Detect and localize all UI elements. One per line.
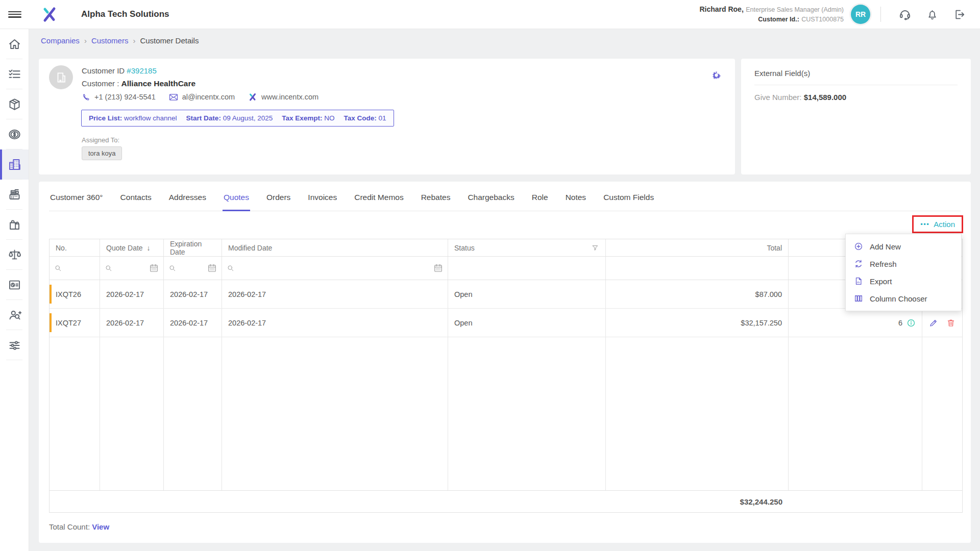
cell-quote-date: 2026-02-17 <box>100 280 164 308</box>
breadcrumb-separator: › <box>133 36 135 45</box>
search-icon[interactable] <box>105 264 113 272</box>
total-count-view-link[interactable]: View <box>92 522 109 531</box>
action-button-label: Action <box>934 220 955 229</box>
calendar-icon[interactable] <box>207 263 217 273</box>
shopping-bags-icon <box>8 218 21 232</box>
report-card-icon <box>8 278 21 292</box>
phone-icon <box>82 93 90 102</box>
tab-role[interactable]: Role <box>531 189 549 211</box>
hamburger-menu-icon[interactable] <box>0 10 29 19</box>
sidebar-item-reports[interactable] <box>0 270 29 300</box>
sidebar-item-billing[interactable] <box>0 180 29 210</box>
app-window: Alpha Tech Solutions Richard Roe, Enterp… <box>0 0 980 551</box>
table-header-row: No. Quote Date ↓ Expiration Date Modifie… <box>50 239 962 257</box>
tab-custom-fields[interactable]: Custom Fields <box>602 189 655 211</box>
tab-notes[interactable]: Notes <box>565 189 587 211</box>
search-icon[interactable] <box>54 264 62 272</box>
breadcrumb: Companies › Customers › Customer Details <box>41 36 199 45</box>
filter-modified-date[interactable] <box>222 257 448 280</box>
tab-invoices[interactable]: Invoices <box>307 189 338 211</box>
brand-logo[interactable] <box>29 5 70 23</box>
tax-exempt-value: NO <box>324 114 334 122</box>
headset-icon[interactable] <box>898 8 912 21</box>
checklist-icon <box>8 67 21 81</box>
filter-status[interactable] <box>448 257 606 280</box>
sort-desc-icon[interactable]: ↓ <box>147 244 151 252</box>
customer-website[interactable]: www.incentx.com <box>248 92 318 102</box>
menu-item-add-new[interactable]: Add New <box>846 238 961 255</box>
tab-customer-360[interactable]: Customer 360° <box>49 189 104 211</box>
sliders-icon <box>8 338 21 352</box>
col-header-no[interactable]: No. <box>50 239 100 256</box>
tab-quotes[interactable]: Quotes <box>223 189 250 211</box>
sidebar-item-home[interactable] <box>0 29 29 59</box>
tab-orders[interactable]: Orders <box>265 189 291 211</box>
sidebar-item-pricing[interactable] <box>0 119 29 149</box>
coin-dollar-icon <box>8 128 21 141</box>
customer-id-link[interactable]: #392185 <box>127 66 156 75</box>
assigned-to-label: Assigned To: <box>82 136 119 144</box>
edit-pencil-icon[interactable] <box>929 318 938 328</box>
calendar-icon[interactable] <box>433 263 443 273</box>
avatar[interactable]: RR <box>851 5 870 24</box>
gear-icon[interactable] <box>711 70 722 81</box>
menu-item-label: Add New <box>870 242 901 251</box>
col-header-expiration-date[interactable]: Expiration Date <box>164 239 222 256</box>
cell-expiration-date: 2026-02-17 <box>164 309 222 337</box>
calendar-icon[interactable] <box>149 263 159 273</box>
customer-email-value: al@incentx.com <box>182 93 235 101</box>
filter-funnel-icon[interactable] <box>591 244 599 252</box>
col-header-quote-date[interactable]: Quote Date ↓ <box>100 239 164 256</box>
price-list-value: workflow channel <box>124 114 177 122</box>
tab-addresses[interactable]: Addresses <box>168 189 207 211</box>
menu-item-refresh[interactable]: Refresh <box>846 255 961 272</box>
breadcrumb-customers[interactable]: Customers <box>91 36 129 45</box>
table-row[interactable]: IXQT26 2026-02-17 2026-02-17 2026-02-17 … <box>50 280 962 309</box>
search-icon[interactable] <box>227 264 235 272</box>
info-icon[interactable] <box>906 318 916 328</box>
start-date-label: Start Date: <box>186 114 221 122</box>
col-header-status[interactable]: Status <box>448 239 606 256</box>
tab-chargebacks[interactable]: Chargebacks <box>467 189 515 211</box>
price-list-banner: Price List: workflow channel Start Date:… <box>81 110 394 127</box>
assigned-to-chip: tora koya <box>82 146 122 160</box>
breadcrumb-companies[interactable]: Companies <box>41 36 80 45</box>
sidebar-item-settings[interactable] <box>0 330 29 360</box>
search-icon[interactable] <box>168 264 177 272</box>
col-header-total[interactable]: Total <box>606 239 789 256</box>
add-circle-icon <box>854 242 863 251</box>
cell-no: IXQT27 <box>50 309 100 337</box>
filter-total[interactable] <box>606 257 789 280</box>
col-header-modified-date[interactable]: Modified Date <box>222 239 448 256</box>
customer-email[interactable]: al@incentx.com <box>169 93 235 101</box>
logout-icon[interactable] <box>953 8 966 21</box>
incentx-logo-icon <box>40 5 59 23</box>
cell-status: Open <box>448 280 606 308</box>
sidebar-item-chargebacks[interactable] <box>0 240 29 270</box>
menu-item-export[interactable]: xls Export <box>846 272 961 290</box>
sidebar-item-tasks[interactable] <box>0 59 29 89</box>
sidebar-item-companies[interactable] <box>0 149 29 180</box>
delete-trash-icon[interactable] <box>946 318 955 328</box>
tab-rebates[interactable]: Rebates <box>420 189 452 211</box>
user-name: Richard Roe, <box>699 5 743 13</box>
tab-contacts[interactable]: Contacts <box>119 189 153 211</box>
customer-summary-card: Customer ID #392185 Customer : Alliance … <box>39 59 735 174</box>
filter-quote-date[interactable] <box>100 257 164 280</box>
menu-item-column-chooser[interactable]: Column Chooser <box>846 290 961 307</box>
filter-expiration-date[interactable] <box>164 257 222 280</box>
give-number-label: Give Number: <box>754 93 802 102</box>
sidebar-item-prospects[interactable] <box>0 300 29 330</box>
mail-icon <box>169 93 178 101</box>
table-row[interactable]: IXQT27 2026-02-17 2026-02-17 2026-02-17 … <box>50 309 962 337</box>
customer-detail-panel: Customer 360° Contacts Addresses Quotes … <box>39 182 971 543</box>
home-icon <box>8 37 21 51</box>
sidebar-item-products[interactable] <box>0 89 29 119</box>
tab-credit-memos[interactable]: Credit Memos <box>353 189 404 211</box>
filter-no[interactable] <box>50 257 100 280</box>
customer-name-label: Customer : <box>82 79 119 88</box>
action-button[interactable]: ••• Action <box>912 215 963 233</box>
bell-icon[interactable] <box>926 8 939 21</box>
sidebar-item-orders[interactable] <box>0 210 29 240</box>
external-fields-card: External Field(s) Give Number: $14,589.0… <box>741 59 971 174</box>
